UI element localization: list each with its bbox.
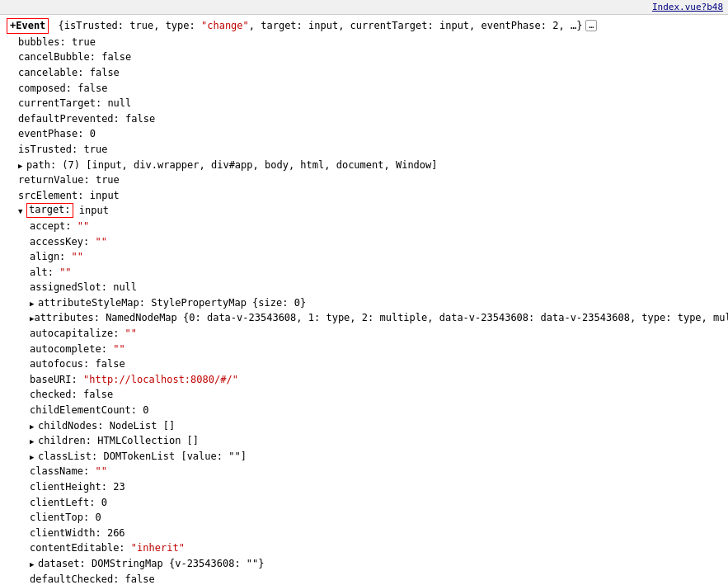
event-header-row: +Event {isTrusted: true, type: "change" …: [7, 18, 721, 34]
prop-srcElement: srcElement: input: [7, 188, 721, 204]
prop-assignedSlot: assignedSlot: null: [7, 280, 721, 295]
key-accessKey: accessKey:: [30, 234, 95, 250]
val-accept: "": [77, 219, 89, 234]
key-autofocus: autofocus:: [30, 356, 95, 372]
key-assignedSlot: assignedSlot:: [30, 280, 113, 295]
val-checked: false: [83, 387, 113, 403]
key-clientWidth: clientWidth:: [30, 526, 107, 541]
key-defaultPrevented: defaultPrevented:: [18, 111, 125, 127]
key-autocomplete: autocomplete:: [30, 342, 113, 357]
val-className: "": [95, 464, 106, 479]
expand-children[interactable]: [30, 433, 38, 449]
prop-childNodes: childNodes: NodeList []: [7, 418, 721, 434]
key-align: align:: [30, 249, 72, 265]
val-autocomplete: "": [113, 342, 124, 357]
key-isTrusted: isTrusted:: [18, 142, 83, 158]
expand-attributeStyleMap[interactable]: [30, 295, 38, 311]
val-defaultChecked: false: [125, 572, 155, 585]
val-srcElement: input: [90, 188, 120, 204]
prop-baseURI: baseURI: "http://localhost:8080/#/": [7, 372, 721, 388]
val-clientLeft: 0: [101, 495, 107, 511]
target-label: target:: [26, 203, 73, 218]
prop-childElementCount: childElementCount: 0: [7, 403, 721, 418]
val-dataset: DOMStringMap {v-23543608: ""}: [92, 556, 265, 572]
val-attributeStyleMap: StylePropertyMap {size: 0}: [151, 295, 306, 311]
prop-autocomplete: autocomplete: "": [7, 342, 721, 357]
prop-eventPhase: eventPhase: 0: [7, 126, 721, 142]
val-alt: "": [59, 265, 71, 281]
val-clientWidth: 266: [107, 526, 125, 541]
expand-classList[interactable]: [30, 449, 38, 465]
key-className: className:: [30, 464, 95, 479]
key-classList: classList:: [38, 449, 103, 465]
key-childNodes: childNodes:: [38, 418, 110, 434]
prop-classList: classList: DOMTokenList [value: ""]: [7, 449, 721, 465]
val-autocapitalize: "": [125, 326, 137, 342]
val-cancelBubble: false: [101, 50, 131, 65]
key-contentEditable: contentEditable:: [30, 540, 131, 556]
prop-defaultChecked: defaultChecked: false: [7, 572, 721, 585]
key-alt: alt:: [30, 265, 59, 281]
prop-attributeStyleMap: attributeStyleMap: StylePropertyMap {siz…: [7, 295, 721, 311]
val-accessKey: "": [95, 234, 106, 250]
expand-path[interactable]: [18, 158, 26, 173]
key-cancelBubble: cancelBubble:: [18, 50, 101, 65]
key-children: children:: [38, 433, 97, 449]
key-baseURI: baseURI:: [30, 372, 83, 388]
key-dataset: dataset:: [38, 556, 92, 572]
event-summary-prefix: {isTrusted: true, type:: [52, 18, 201, 34]
key-composed: composed:: [18, 81, 77, 97]
prop-attributes: attributes: NamedNodeMap {0: data-v-2354…: [7, 310, 721, 326]
prop-accept: accept: "": [7, 219, 721, 234]
top-bar: Index.vue?b48: [0, 0, 728, 15]
prop-autocapitalize: autocapitalize: "": [7, 326, 721, 342]
val-classList: DOMTokenList [value: ""]: [103, 449, 246, 465]
val-returnValue: true: [96, 172, 120, 188]
key-returnValue: returnValue:: [18, 172, 96, 188]
val-isTrusted: true: [83, 142, 107, 158]
prop-className: className: "": [7, 464, 721, 479]
val-path: (7) [input, div.wrapper, div#app, body, …: [62, 158, 437, 173]
key-defaultChecked: defaultChecked:: [30, 572, 125, 585]
expand-target[interactable]: [18, 203, 26, 219]
ellipsis-button[interactable]: …: [585, 20, 597, 31]
key-attributeStyleMap: attributeStyleMap:: [38, 295, 151, 311]
prop-returnValue: returnValue: true: [7, 172, 721, 188]
val-childNodes: NodeList []: [110, 418, 175, 434]
source-link[interactable]: Index.vue?b48: [652, 2, 723, 12]
expand-dataset[interactable]: [30, 556, 38, 572]
val-assignedSlot: null: [113, 280, 137, 295]
event-summary-middle: , target: input, currentTarget: input, e…: [249, 18, 583, 34]
val-cancelable: false: [90, 65, 120, 81]
prop-composed: composed: false: [7, 81, 721, 97]
val-composed: false: [77, 81, 107, 97]
expand-childNodes[interactable]: [30, 418, 38, 434]
val-clientTop: 0: [95, 510, 101, 526]
key-currentTarget: currentTarget:: [18, 96, 107, 111]
key-eventPhase: eventPhase:: [18, 126, 90, 142]
prop-bubbles: bubbles: true: [7, 35, 721, 50]
val-autofocus: false: [95, 356, 124, 372]
val-defaultPrevented: false: [125, 111, 155, 127]
key-checked: checked:: [30, 387, 83, 403]
prop-align: align: "": [7, 249, 721, 265]
target-value: input: [73, 203, 109, 219]
key-attributes: attributes:: [34, 310, 106, 326]
prop-cancelBubble: cancelBubble: false: [7, 50, 721, 65]
prop-defaultPrevented: defaultPrevented: false: [7, 111, 721, 127]
val-eventPhase: 0: [90, 126, 96, 142]
prop-cancelable: cancelable: false: [7, 65, 721, 81]
event-label[interactable]: +Event: [7, 18, 49, 34]
val-currentTarget: null: [107, 96, 131, 111]
prop-clientWidth: clientWidth: 266: [7, 526, 721, 541]
key-clientHeight: clientHeight:: [30, 479, 113, 495]
val-attributes: NamedNodeMap {0: data-v-23543608, 1: typ…: [106, 310, 728, 326]
key-clientLeft: clientLeft:: [30, 495, 101, 511]
key-path: path:: [26, 158, 62, 173]
prop-currentTarget: currentTarget: null: [7, 96, 721, 111]
target-row: target: input: [7, 203, 721, 219]
prop-clientTop: clientTop: 0: [7, 510, 721, 526]
prop-dataset: dataset: DOMStringMap {v-23543608: ""}: [7, 556, 721, 572]
val-baseURI: "http://localhost:8080/#/": [83, 372, 238, 388]
prop-clientHeight: clientHeight: 23: [7, 479, 721, 495]
